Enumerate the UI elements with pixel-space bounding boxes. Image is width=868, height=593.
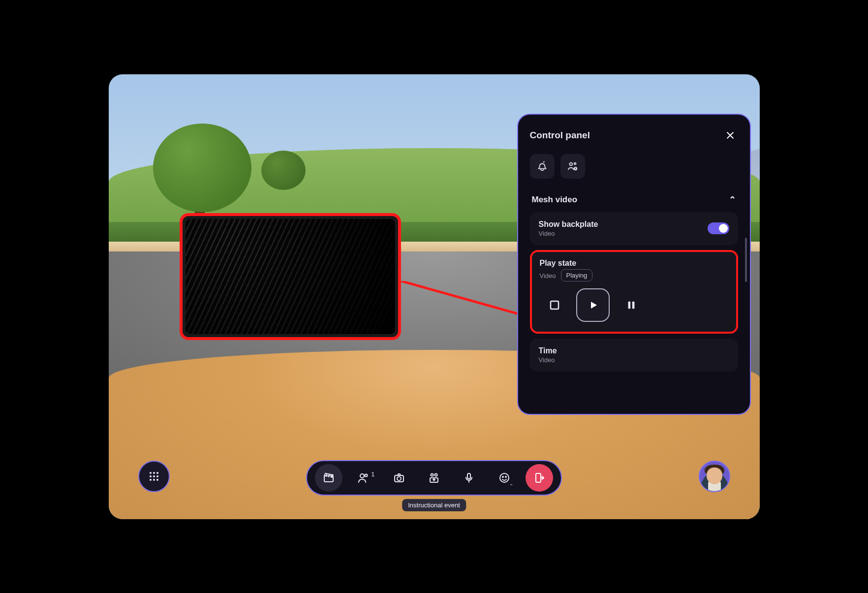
time-label: Time bbox=[539, 346, 729, 355]
close-icon bbox=[725, 130, 735, 140]
play-button[interactable] bbox=[576, 288, 610, 322]
stop-button[interactable] bbox=[543, 293, 566, 317]
microphone-icon bbox=[463, 472, 475, 484]
svg-point-20 bbox=[365, 474, 368, 476]
leave-icon bbox=[533, 472, 545, 484]
control-panel: Control panel Mesh video ⌃ Show backplat… bbox=[517, 114, 751, 415]
time-sublabel: Video bbox=[539, 356, 729, 364]
backplate-row: Show backplate Video bbox=[530, 212, 738, 245]
time-row: Time Video bbox=[530, 339, 738, 372]
notifications-button[interactable] bbox=[530, 154, 555, 179]
microphone-button[interactable] bbox=[455, 464, 483, 492]
share-screen-icon bbox=[428, 472, 440, 484]
svg-point-29 bbox=[505, 476, 506, 477]
chevron-up-icon: ⌃ bbox=[509, 483, 513, 489]
panel-scrollbar[interactable] bbox=[745, 238, 747, 282]
playstate-sublabel: Video bbox=[540, 272, 556, 280]
emoji-icon bbox=[498, 472, 510, 484]
people-icon bbox=[358, 472, 370, 484]
presenters-button[interactable] bbox=[560, 154, 585, 179]
section-header-mesh-video[interactable]: Mesh video ⌃ bbox=[530, 189, 738, 212]
avatar-face bbox=[707, 468, 722, 484]
playstate-label: Play state bbox=[540, 259, 728, 268]
user-avatar[interactable] bbox=[699, 461, 730, 492]
svg-point-24 bbox=[434, 473, 437, 476]
pause-icon bbox=[626, 300, 637, 311]
screen-share-button[interactable] bbox=[420, 464, 448, 492]
svg-point-10 bbox=[153, 472, 155, 474]
chevron-up-icon: ⌃ bbox=[729, 194, 736, 205]
svg-point-19 bbox=[360, 474, 364, 478]
svg-point-27 bbox=[500, 473, 509, 482]
people-count-badge: 1 bbox=[371, 471, 374, 478]
play-icon bbox=[587, 299, 599, 311]
backplate-toggle[interactable] bbox=[708, 222, 729, 234]
leave-button[interactable] bbox=[526, 464, 553, 492]
svg-rect-7 bbox=[628, 301, 630, 309]
svg-point-9 bbox=[150, 472, 152, 474]
svg-marker-6 bbox=[591, 302, 597, 309]
svg-point-11 bbox=[156, 472, 158, 474]
svg-point-14 bbox=[156, 475, 158, 477]
svg-point-22 bbox=[397, 476, 401, 480]
svg-point-16 bbox=[153, 479, 155, 481]
svg-rect-5 bbox=[551, 301, 558, 309]
menu-button[interactable] bbox=[138, 461, 170, 492]
toolbar-tooltip: Instructional event bbox=[402, 499, 466, 511]
section-title: Mesh video bbox=[532, 195, 578, 205]
video-screen-highlight[interactable] bbox=[180, 213, 401, 340]
panel-title: Control panel bbox=[530, 130, 590, 141]
people-mic-icon bbox=[567, 161, 578, 172]
svg-point-2 bbox=[574, 162, 576, 164]
bottom-toolbar: 1 ⌃ bbox=[306, 460, 562, 496]
svg-point-28 bbox=[502, 476, 503, 477]
reactions-button[interactable]: ⌃ bbox=[491, 464, 518, 492]
panel-action-row bbox=[530, 154, 738, 179]
close-button[interactable] bbox=[722, 127, 738, 143]
stop-icon bbox=[549, 299, 560, 311]
play-controls bbox=[540, 288, 728, 322]
pause-button[interactable] bbox=[620, 293, 643, 317]
svg-point-1 bbox=[569, 162, 572, 165]
svg-rect-26 bbox=[467, 473, 470, 479]
clapperboard-icon bbox=[323, 472, 335, 484]
video-content-preview bbox=[186, 219, 395, 334]
people-button[interactable]: 1 bbox=[350, 464, 377, 492]
tree-foliage-small bbox=[261, 151, 306, 190]
bell-icon bbox=[537, 161, 548, 172]
clapperboard-button[interactable] bbox=[315, 464, 342, 492]
camera-icon bbox=[393, 472, 405, 484]
svg-rect-8 bbox=[632, 301, 634, 309]
svg-point-13 bbox=[153, 475, 155, 477]
app-viewport: Control panel Mesh video ⌃ Show backplat… bbox=[109, 74, 760, 519]
svg-point-23 bbox=[431, 473, 433, 476]
grid-dots-icon bbox=[148, 470, 160, 482]
svg-point-12 bbox=[150, 475, 152, 477]
playstate-status-badge: Playing bbox=[561, 269, 593, 281]
play-state-row-highlight: Play state Video Playing bbox=[530, 250, 738, 334]
camera-button[interactable] bbox=[385, 464, 413, 492]
tree-foliage bbox=[153, 124, 251, 212]
backplate-label: Show backplate bbox=[539, 220, 598, 229]
svg-rect-30 bbox=[536, 473, 541, 482]
svg-rect-4 bbox=[575, 167, 576, 169]
panel-header: Control panel bbox=[530, 127, 738, 143]
svg-point-15 bbox=[150, 479, 152, 481]
svg-point-17 bbox=[156, 479, 158, 481]
backplate-sublabel: Video bbox=[539, 230, 598, 237]
